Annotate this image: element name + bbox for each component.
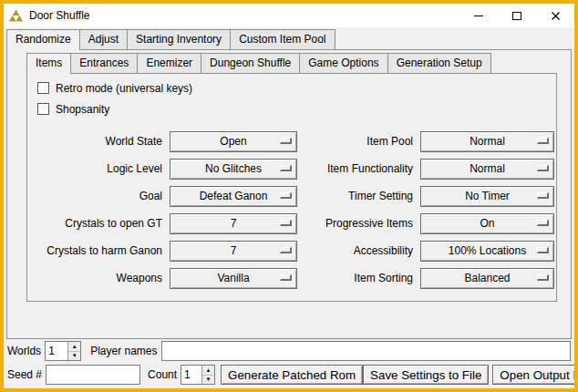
count-input[interactable] bbox=[181, 366, 201, 384]
window-content: Randomize Adjust Starting Inventory Cust… bbox=[4, 27, 574, 388]
accessibility-dropdown[interactable]: 100% Locations bbox=[420, 241, 554, 262]
tab-game-options[interactable]: Game Options bbox=[299, 53, 387, 73]
tab-randomize[interactable]: Randomize bbox=[6, 29, 80, 50]
worlds-spinner-down-button[interactable]: ▼ bbox=[68, 352, 80, 361]
item-pool-label: Item Pool bbox=[297, 135, 420, 148]
progressive-items-label: Progressive Items bbox=[297, 217, 420, 230]
item-pool-dropdown[interactable]: Normal bbox=[420, 131, 554, 152]
checkbox-icon[interactable] bbox=[37, 82, 49, 94]
worlds-label: Worlds bbox=[7, 345, 41, 357]
player-names-input[interactable] bbox=[161, 341, 572, 361]
count-spinner: ▲ ▼ bbox=[181, 365, 215, 385]
worlds-input[interactable] bbox=[46, 342, 67, 360]
open-output-directory-button[interactable]: Open Output Directory bbox=[492, 365, 578, 385]
dropdown-indicator-icon bbox=[280, 247, 292, 253]
goal-label: Goal bbox=[35, 190, 170, 202]
option-row: Goal Defeat Ganon Timer Setting No Timer bbox=[35, 182, 556, 210]
save-settings-button[interactable]: Save Settings to File bbox=[363, 365, 489, 385]
weapons-dropdown[interactable]: Vanilla bbox=[170, 268, 297, 289]
tab-dungeon-shuffle[interactable]: Dungeon Shuffle bbox=[201, 53, 300, 73]
tab-starting-inventory[interactable]: Starting Inventory bbox=[127, 29, 231, 49]
progressive-items-dropdown[interactable]: On bbox=[420, 213, 554, 234]
crystals-harm-ganon-value: 7 bbox=[231, 244, 237, 257]
timer-setting-dropdown[interactable]: No Timer bbox=[420, 186, 554, 207]
worlds-spinner-buttons: ▲ ▼ bbox=[67, 342, 80, 360]
checkbox-icon[interactable] bbox=[37, 103, 49, 115]
tab-enemizer[interactable]: Enemizer bbox=[137, 53, 201, 73]
seed-input[interactable] bbox=[46, 365, 140, 385]
tab-adjust[interactable]: Adjust bbox=[79, 29, 128, 49]
crystals-open-gt-label: Crystals to open GT bbox=[35, 217, 170, 230]
world-state-value: Open bbox=[220, 135, 246, 148]
maximize-icon bbox=[512, 12, 521, 20]
shopsanity-label: Shopsanity bbox=[56, 103, 109, 116]
crystals-harm-ganon-dropdown[interactable]: 7 bbox=[170, 241, 297, 262]
close-button[interactable] bbox=[536, 4, 574, 27]
crystals-open-gt-dropdown[interactable]: 7 bbox=[170, 213, 297, 234]
items-pane-content: Retro mode (universal keys) Shopsanity W… bbox=[27, 74, 556, 292]
dropdown-indicator-icon bbox=[537, 274, 549, 281]
item-functionality-dropdown[interactable]: Normal bbox=[420, 159, 554, 180]
tab-custom-item-pool[interactable]: Custom Item Pool bbox=[230, 29, 335, 49]
generate-patched-rom-button[interactable]: Generate Patched Rom bbox=[221, 365, 363, 385]
timer-setting-value: No Timer bbox=[465, 190, 510, 202]
option-row: Logic Level No Glitches Item Functionali… bbox=[35, 155, 556, 182]
minimize-button[interactable] bbox=[459, 4, 498, 27]
dropdown-indicator-icon bbox=[537, 165, 549, 171]
retro-mode-checkbox[interactable]: Retro mode (universal keys) bbox=[37, 77, 556, 98]
item-sorting-value: Balanced bbox=[464, 272, 510, 284]
option-row: Crystals to harm Ganon 7 Accessibility 1… bbox=[35, 237, 556, 264]
tab-items[interactable]: Items bbox=[26, 53, 71, 74]
titlebar: Door Shuffle bbox=[4, 4, 574, 27]
crystals-harm-ganon-label: Crystals to harm Ganon bbox=[35, 244, 170, 257]
shopsanity-checkbox[interactable]: Shopsanity bbox=[37, 98, 556, 119]
timer-setting-label: Timer Setting bbox=[297, 190, 420, 202]
tab-generation-setup[interactable]: Generation Setup bbox=[387, 53, 491, 73]
seed-label: Seed # bbox=[7, 368, 42, 381]
app-window: Door Shuffle Randomize Adjust Starting I… bbox=[0, 0, 578, 392]
item-pool-value: Normal bbox=[470, 135, 505, 148]
window-title: Door Shuffle bbox=[29, 9, 90, 22]
weapons-label: Weapons bbox=[35, 272, 170, 284]
world-state-dropdown[interactable]: Open bbox=[170, 131, 297, 152]
dropdown-indicator-icon bbox=[280, 220, 292, 226]
minimize-icon bbox=[474, 15, 483, 16]
dropdown-indicator-icon bbox=[537, 138, 549, 144]
item-functionality-value: Normal bbox=[470, 162, 505, 175]
dropdown-indicator-icon bbox=[280, 274, 292, 281]
worlds-spinner-up-button[interactable]: ▲ bbox=[68, 342, 80, 352]
spinner-up-icon: ▲ bbox=[72, 344, 77, 349]
count-spinner-down-button[interactable]: ▼ bbox=[202, 376, 214, 385]
item-sorting-dropdown[interactable]: Balanced bbox=[420, 268, 554, 289]
option-row: Weapons Vanilla Item Sorting Balanced bbox=[35, 264, 556, 292]
count-spinner-up-button[interactable]: ▲ bbox=[202, 366, 214, 376]
worlds-spinner: ▲ ▼ bbox=[45, 341, 81, 361]
options-grid: World State Open Item Pool Normal bbox=[35, 128, 556, 292]
item-functionality-label: Item Functionality bbox=[297, 162, 420, 175]
dropdown-indicator-icon bbox=[280, 165, 292, 171]
app-icon bbox=[9, 9, 23, 22]
option-row: World State Open Item Pool Normal bbox=[35, 128, 556, 155]
item-sorting-label: Item Sorting bbox=[297, 272, 420, 284]
maximize-button[interactable] bbox=[498, 4, 536, 27]
crystals-open-gt-value: 7 bbox=[231, 217, 237, 230]
option-row: Crystals to open GT 7 Progressive Items … bbox=[35, 210, 556, 237]
weapons-value: Vanilla bbox=[217, 272, 249, 284]
goal-dropdown[interactable]: Defeat Ganon bbox=[170, 186, 297, 207]
logic-level-dropdown[interactable]: No Glitches bbox=[170, 159, 297, 180]
count-label: Count bbox=[148, 368, 177, 381]
close-icon bbox=[551, 11, 561, 21]
accessibility-label: Accessibility bbox=[297, 244, 420, 257]
logic-level-value: No Glitches bbox=[205, 162, 262, 175]
retro-mode-label: Retro mode (universal keys) bbox=[56, 82, 192, 95]
seed-row: Seed # Count ▲ ▼ Generate Patched Rom Sa… bbox=[7, 365, 571, 385]
spinner-down-icon: ▼ bbox=[206, 377, 212, 382]
world-state-label: World State bbox=[35, 135, 170, 148]
goal-value: Defeat Ganon bbox=[200, 190, 268, 202]
progressive-items-value: On bbox=[480, 217, 494, 230]
randomize-pane: Items Entrances Enemizer Dungeon Shuffle… bbox=[6, 49, 572, 339]
spinner-up-icon: ▲ bbox=[206, 367, 212, 373]
dropdown-indicator-icon bbox=[280, 192, 292, 199]
tab-entrances[interactable]: Entrances bbox=[70, 53, 138, 73]
main-tab-bar: Randomize Adjust Starting Inventory Cust… bbox=[6, 29, 335, 50]
